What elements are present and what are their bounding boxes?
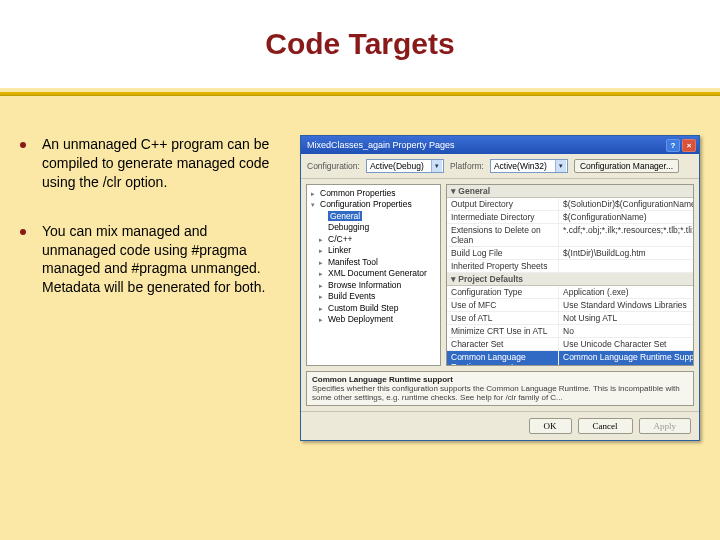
- property-row[interactable]: Use of MFCUse Standard Windows Libraries: [447, 299, 693, 312]
- property-value[interactable]: Application (.exe): [559, 286, 693, 298]
- property-name: Minimize CRT Use in ATL: [447, 325, 559, 337]
- property-row[interactable]: Extensions to Delete on Clean*.cdf;*.obj…: [447, 224, 693, 247]
- disclosure-icon: ▸: [311, 189, 318, 198]
- property-section-header[interactable]: ▾ Project Defaults: [447, 273, 693, 286]
- disclosure-icon: ▸: [319, 292, 326, 301]
- property-value[interactable]: $(IntDir)\BuildLog.htm: [559, 247, 693, 259]
- tree-node[interactable]: ▸XML Document Generator: [311, 268, 436, 279]
- bullet-item: You can mix managed and unmanaged code u…: [18, 222, 278, 298]
- disclosure-icon: ▸: [319, 281, 326, 290]
- property-row[interactable]: Output Directory$(SolutionDir)$(Configur…: [447, 198, 693, 211]
- disclosure-icon: ▾: [311, 200, 318, 209]
- property-row[interactable]: Configuration TypeApplication (.exe): [447, 286, 693, 299]
- bullet-item: An unmanaged C++ program can be compiled…: [18, 135, 278, 192]
- tree-node[interactable]: General: [311, 211, 436, 222]
- cancel-button[interactable]: Cancel: [578, 418, 633, 434]
- property-name: Common Language Runtime support: [447, 351, 559, 366]
- tree-node-label: Linker: [328, 245, 351, 255]
- tree-node-label: Browse Information: [328, 280, 401, 290]
- dialog-toolbar: Configuration: Active(Debug) Platform: A…: [301, 154, 699, 178]
- tree-node[interactable]: ▸Browse Information: [311, 280, 436, 291]
- property-value[interactable]: [559, 260, 693, 272]
- property-value[interactable]: No: [559, 325, 693, 337]
- tree-node-label: Manifest Tool: [328, 257, 378, 267]
- property-name: Intermediate Directory: [447, 211, 559, 223]
- property-name: Character Set: [447, 338, 559, 350]
- dialog-titlebar: MixedClasses_again Property Pages ? ×: [301, 136, 699, 154]
- property-value[interactable]: Not Using ATL: [559, 312, 693, 324]
- property-name: Output Directory: [447, 198, 559, 210]
- description-panel: Common Language Runtime support Specifie…: [306, 371, 694, 406]
- disclosure-icon: ▸: [319, 235, 326, 244]
- category-tree[interactable]: ▸Common Properties▾Configuration Propert…: [306, 184, 441, 366]
- disclosure-icon: ▸: [319, 315, 326, 324]
- property-name: Configuration Type: [447, 286, 559, 298]
- tree-node-label: Common Properties: [320, 188, 396, 198]
- tree-node-label: Web Deployment: [328, 314, 393, 324]
- property-name: Use of ATL: [447, 312, 559, 324]
- configuration-label: Configuration:: [307, 161, 360, 171]
- bullet-list: An unmanaged C++ program can be compiled…: [18, 135, 278, 441]
- property-row[interactable]: Minimize CRT Use in ATLNo: [447, 325, 693, 338]
- tree-node[interactable]: ▸Build Events: [311, 291, 436, 302]
- property-row[interactable]: Inherited Property Sheets: [447, 260, 693, 273]
- tree-node-label: Custom Build Step: [328, 303, 398, 313]
- tree-node[interactable]: ▸Custom Build Step: [311, 303, 436, 314]
- property-grid[interactable]: ▾ GeneralOutput Directory$(SolutionDir)$…: [446, 184, 694, 366]
- platform-combo[interactable]: Active(Win32): [490, 159, 568, 173]
- tree-node-label: Build Events: [328, 291, 375, 301]
- title-bar: Code Targets: [0, 0, 720, 88]
- platform-label: Platform:: [450, 161, 484, 171]
- close-icon[interactable]: ×: [682, 139, 696, 152]
- slide-title: Code Targets: [265, 27, 454, 61]
- tree-node[interactable]: ▸C/C++: [311, 234, 436, 245]
- help-icon[interactable]: ?: [666, 139, 680, 152]
- dialog-title-text: MixedClasses_again Property Pages: [307, 140, 664, 150]
- tree-node[interactable]: ▸Web Deployment: [311, 314, 436, 325]
- property-name: Use of MFC: [447, 299, 559, 311]
- bullet-icon: [20, 142, 26, 148]
- bullet-icon: [20, 229, 26, 235]
- property-section-header[interactable]: ▾ General: [447, 185, 693, 198]
- disclosure-icon: ▸: [319, 304, 326, 313]
- property-value[interactable]: $(ConfigurationName): [559, 211, 693, 223]
- tree-node[interactable]: ▸Linker: [311, 245, 436, 256]
- property-value[interactable]: Common Language Runtime Support (/clr): [559, 351, 693, 366]
- tree-node[interactable]: Debugging: [311, 222, 436, 233]
- property-value[interactable]: $(SolutionDir)$(ConfigurationName): [559, 198, 693, 210]
- tree-node-label: C/C++: [328, 234, 353, 244]
- tree-node-label: Debugging: [328, 222, 369, 232]
- dialog-body: ▸Common Properties▾Configuration Propert…: [301, 178, 699, 371]
- property-row[interactable]: Use of ATLNot Using ATL: [447, 312, 693, 325]
- property-value[interactable]: Use Unicode Character Set: [559, 338, 693, 350]
- property-row[interactable]: Build Log File$(IntDir)\BuildLog.htm: [447, 247, 693, 260]
- property-row[interactable]: Intermediate Directory$(ConfigurationNam…: [447, 211, 693, 224]
- ok-button[interactable]: OK: [529, 418, 572, 434]
- property-pages-dialog: MixedClasses_again Property Pages ? × Co…: [300, 135, 700, 441]
- property-name: Build Log File: [447, 247, 559, 259]
- dialog-button-row: OK Cancel Apply: [301, 411, 699, 440]
- disclosure-icon: ▸: [319, 246, 326, 255]
- bullet-text: An unmanaged C++ program can be compiled…: [42, 135, 278, 192]
- configuration-combo[interactable]: Active(Debug): [366, 159, 444, 173]
- disclosure-icon: ▸: [319, 258, 326, 267]
- disclosure-icon: ▸: [319, 269, 326, 278]
- description-title: Common Language Runtime support: [312, 375, 453, 384]
- tree-node[interactable]: ▸Manifest Tool: [311, 257, 436, 268]
- tree-node-label: XML Document Generator: [328, 268, 427, 278]
- property-value[interactable]: *.cdf;*.obj;*.ilk;*.resources;*.tlb;*.tl…: [559, 224, 693, 246]
- property-row[interactable]: Character SetUse Unicode Character Set: [447, 338, 693, 351]
- property-value[interactable]: Use Standard Windows Libraries: [559, 299, 693, 311]
- property-name: Extensions to Delete on Clean: [447, 224, 559, 246]
- description-body: Specifies whether this configuration sup…: [312, 384, 680, 402]
- bullet-text: You can mix managed and unmanaged code u…: [42, 222, 278, 298]
- property-name: Inherited Property Sheets: [447, 260, 559, 272]
- configuration-manager-button[interactable]: Configuration Manager...: [574, 159, 679, 173]
- apply-button[interactable]: Apply: [639, 418, 692, 434]
- screenshot-pane: MixedClasses_again Property Pages ? × Co…: [298, 135, 702, 441]
- property-row[interactable]: Common Language Runtime supportCommon La…: [447, 351, 693, 366]
- tree-node-label: Configuration Properties: [320, 199, 412, 209]
- tree-node[interactable]: ▾Configuration Properties: [311, 199, 436, 210]
- tree-node[interactable]: ▸Common Properties: [311, 188, 436, 199]
- content-area: An unmanaged C++ program can be compiled…: [0, 95, 720, 441]
